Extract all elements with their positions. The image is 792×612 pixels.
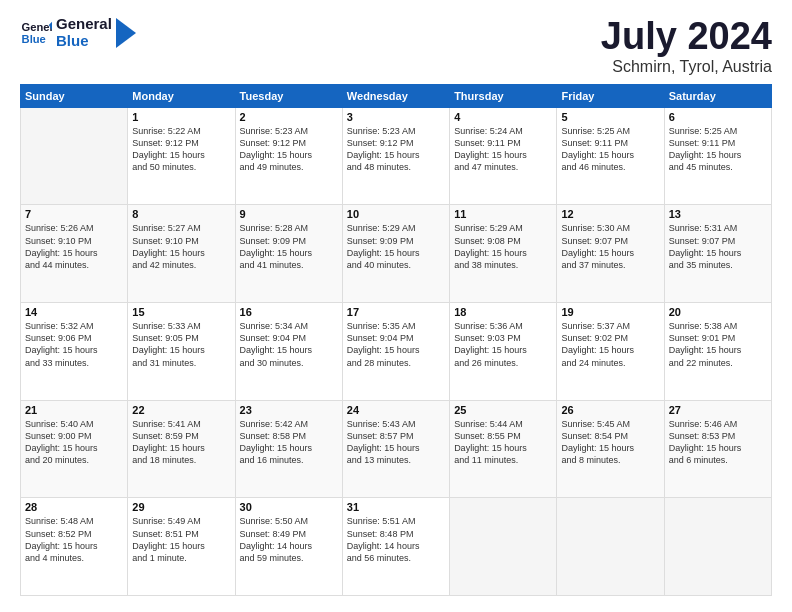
day-info: Sunrise: 5:37 AM Sunset: 9:02 PM Dayligh… [561, 320, 659, 369]
col-monday: Monday [128, 84, 235, 107]
calendar-cell: 15Sunrise: 5:33 AM Sunset: 9:05 PM Dayli… [128, 303, 235, 401]
calendar-cell: 19Sunrise: 5:37 AM Sunset: 9:02 PM Dayli… [557, 303, 664, 401]
day-number: 20 [669, 306, 767, 318]
day-info: Sunrise: 5:46 AM Sunset: 8:53 PM Dayligh… [669, 418, 767, 467]
day-number: 21 [25, 404, 123, 416]
day-number: 13 [669, 208, 767, 220]
col-saturday: Saturday [664, 84, 771, 107]
day-number: 6 [669, 111, 767, 123]
calendar-week-row: 1Sunrise: 5:22 AM Sunset: 9:12 PM Daylig… [21, 107, 772, 205]
day-number: 7 [25, 208, 123, 220]
calendar-cell: 6Sunrise: 5:25 AM Sunset: 9:11 PM Daylig… [664, 107, 771, 205]
day-info: Sunrise: 5:31 AM Sunset: 9:07 PM Dayligh… [669, 222, 767, 271]
calendar-cell: 20Sunrise: 5:38 AM Sunset: 9:01 PM Dayli… [664, 303, 771, 401]
day-info: Sunrise: 5:29 AM Sunset: 9:09 PM Dayligh… [347, 222, 445, 271]
calendar-cell: 11Sunrise: 5:29 AM Sunset: 9:08 PM Dayli… [450, 205, 557, 303]
day-number: 24 [347, 404, 445, 416]
day-info: Sunrise: 5:26 AM Sunset: 9:10 PM Dayligh… [25, 222, 123, 271]
calendar-week-row: 28Sunrise: 5:48 AM Sunset: 8:52 PM Dayli… [21, 498, 772, 596]
svg-text:General: General [22, 21, 52, 33]
calendar-cell: 17Sunrise: 5:35 AM Sunset: 9:04 PM Dayli… [342, 303, 449, 401]
day-info: Sunrise: 5:36 AM Sunset: 9:03 PM Dayligh… [454, 320, 552, 369]
calendar-header-row: Sunday Monday Tuesday Wednesday Thursday… [21, 84, 772, 107]
svg-text:Blue: Blue [22, 32, 46, 44]
day-info: Sunrise: 5:34 AM Sunset: 9:04 PM Dayligh… [240, 320, 338, 369]
calendar-cell: 5Sunrise: 5:25 AM Sunset: 9:11 PM Daylig… [557, 107, 664, 205]
calendar-week-row: 21Sunrise: 5:40 AM Sunset: 9:00 PM Dayli… [21, 400, 772, 498]
calendar-cell: 30Sunrise: 5:50 AM Sunset: 8:49 PM Dayli… [235, 498, 342, 596]
day-number: 27 [669, 404, 767, 416]
calendar-cell [450, 498, 557, 596]
day-number: 3 [347, 111, 445, 123]
logo-icon: General Blue [20, 17, 52, 49]
month-title: July 2024 [601, 16, 772, 58]
day-number: 9 [240, 208, 338, 220]
calendar-cell: 16Sunrise: 5:34 AM Sunset: 9:04 PM Dayli… [235, 303, 342, 401]
logo-blue: Blue [56, 33, 112, 50]
calendar-cell: 21Sunrise: 5:40 AM Sunset: 9:00 PM Dayli… [21, 400, 128, 498]
day-info: Sunrise: 5:29 AM Sunset: 9:08 PM Dayligh… [454, 222, 552, 271]
day-info: Sunrise: 5:40 AM Sunset: 9:00 PM Dayligh… [25, 418, 123, 467]
calendar-cell: 8Sunrise: 5:27 AM Sunset: 9:10 PM Daylig… [128, 205, 235, 303]
day-number: 18 [454, 306, 552, 318]
day-info: Sunrise: 5:38 AM Sunset: 9:01 PM Dayligh… [669, 320, 767, 369]
day-number: 16 [240, 306, 338, 318]
day-number: 10 [347, 208, 445, 220]
day-number: 29 [132, 501, 230, 513]
logo-general: General [56, 16, 112, 33]
calendar-table: Sunday Monday Tuesday Wednesday Thursday… [20, 84, 772, 596]
day-info: Sunrise: 5:33 AM Sunset: 9:05 PM Dayligh… [132, 320, 230, 369]
calendar-cell: 13Sunrise: 5:31 AM Sunset: 9:07 PM Dayli… [664, 205, 771, 303]
day-info: Sunrise: 5:28 AM Sunset: 9:09 PM Dayligh… [240, 222, 338, 271]
day-number: 23 [240, 404, 338, 416]
day-number: 17 [347, 306, 445, 318]
calendar-cell: 31Sunrise: 5:51 AM Sunset: 8:48 PM Dayli… [342, 498, 449, 596]
day-number: 12 [561, 208, 659, 220]
col-tuesday: Tuesday [235, 84, 342, 107]
calendar-cell: 23Sunrise: 5:42 AM Sunset: 8:58 PM Dayli… [235, 400, 342, 498]
logo-chevron-icon [116, 18, 136, 48]
calendar-cell: 4Sunrise: 5:24 AM Sunset: 9:11 PM Daylig… [450, 107, 557, 205]
day-info: Sunrise: 5:24 AM Sunset: 9:11 PM Dayligh… [454, 125, 552, 174]
day-info: Sunrise: 5:30 AM Sunset: 9:07 PM Dayligh… [561, 222, 659, 271]
day-number: 15 [132, 306, 230, 318]
day-number: 11 [454, 208, 552, 220]
header: General Blue General Blue July 2024 Schm… [20, 16, 772, 76]
location-subtitle: Schmirn, Tyrol, Austria [601, 58, 772, 76]
calendar-cell: 14Sunrise: 5:32 AM Sunset: 9:06 PM Dayli… [21, 303, 128, 401]
calendar-cell: 10Sunrise: 5:29 AM Sunset: 9:09 PM Dayli… [342, 205, 449, 303]
day-number: 19 [561, 306, 659, 318]
day-info: Sunrise: 5:50 AM Sunset: 8:49 PM Dayligh… [240, 515, 338, 564]
day-number: 5 [561, 111, 659, 123]
calendar-cell: 18Sunrise: 5:36 AM Sunset: 9:03 PM Dayli… [450, 303, 557, 401]
day-number: 8 [132, 208, 230, 220]
page: General Blue General Blue July 2024 Schm… [0, 0, 792, 612]
svg-marker-3 [116, 18, 136, 48]
calendar-week-row: 14Sunrise: 5:32 AM Sunset: 9:06 PM Dayli… [21, 303, 772, 401]
calendar-cell [557, 498, 664, 596]
day-number: 1 [132, 111, 230, 123]
calendar-cell: 27Sunrise: 5:46 AM Sunset: 8:53 PM Dayli… [664, 400, 771, 498]
day-info: Sunrise: 5:51 AM Sunset: 8:48 PM Dayligh… [347, 515, 445, 564]
day-info: Sunrise: 5:32 AM Sunset: 9:06 PM Dayligh… [25, 320, 123, 369]
day-info: Sunrise: 5:41 AM Sunset: 8:59 PM Dayligh… [132, 418, 230, 467]
day-info: Sunrise: 5:22 AM Sunset: 9:12 PM Dayligh… [132, 125, 230, 174]
day-number: 26 [561, 404, 659, 416]
day-number: 2 [240, 111, 338, 123]
calendar-cell: 3Sunrise: 5:23 AM Sunset: 9:12 PM Daylig… [342, 107, 449, 205]
day-number: 14 [25, 306, 123, 318]
day-info: Sunrise: 5:27 AM Sunset: 9:10 PM Dayligh… [132, 222, 230, 271]
day-info: Sunrise: 5:25 AM Sunset: 9:11 PM Dayligh… [669, 125, 767, 174]
col-sunday: Sunday [21, 84, 128, 107]
calendar-cell: 1Sunrise: 5:22 AM Sunset: 9:12 PM Daylig… [128, 107, 235, 205]
calendar-cell: 12Sunrise: 5:30 AM Sunset: 9:07 PM Dayli… [557, 205, 664, 303]
calendar-cell: 7Sunrise: 5:26 AM Sunset: 9:10 PM Daylig… [21, 205, 128, 303]
calendar-cell [21, 107, 128, 205]
day-number: 25 [454, 404, 552, 416]
calendar-cell: 24Sunrise: 5:43 AM Sunset: 8:57 PM Dayli… [342, 400, 449, 498]
day-number: 4 [454, 111, 552, 123]
day-info: Sunrise: 5:49 AM Sunset: 8:51 PM Dayligh… [132, 515, 230, 564]
title-block: July 2024 Schmirn, Tyrol, Austria [601, 16, 772, 76]
calendar-cell: 2Sunrise: 5:23 AM Sunset: 9:12 PM Daylig… [235, 107, 342, 205]
day-number: 30 [240, 501, 338, 513]
